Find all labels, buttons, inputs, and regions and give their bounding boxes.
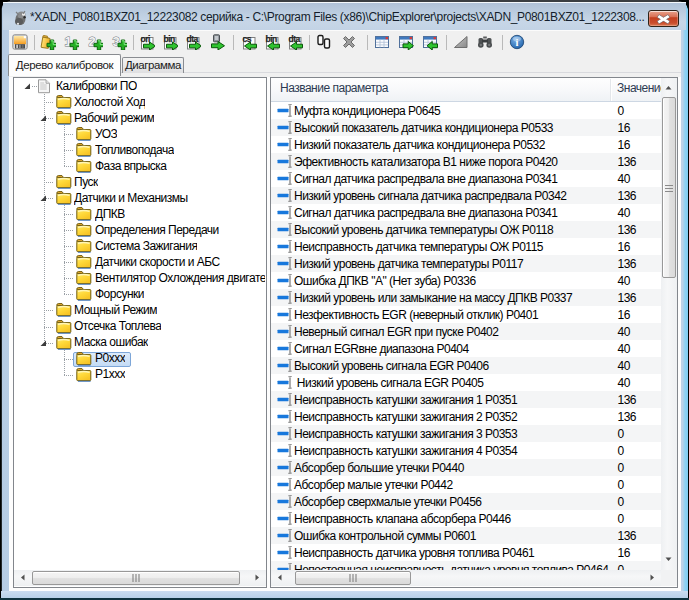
svg-text:i: i [516, 37, 519, 48]
svg-text:ori: ori [141, 34, 151, 44]
svg-text:dta: dta [289, 34, 301, 44]
svg-text:bin: bin [266, 34, 278, 44]
